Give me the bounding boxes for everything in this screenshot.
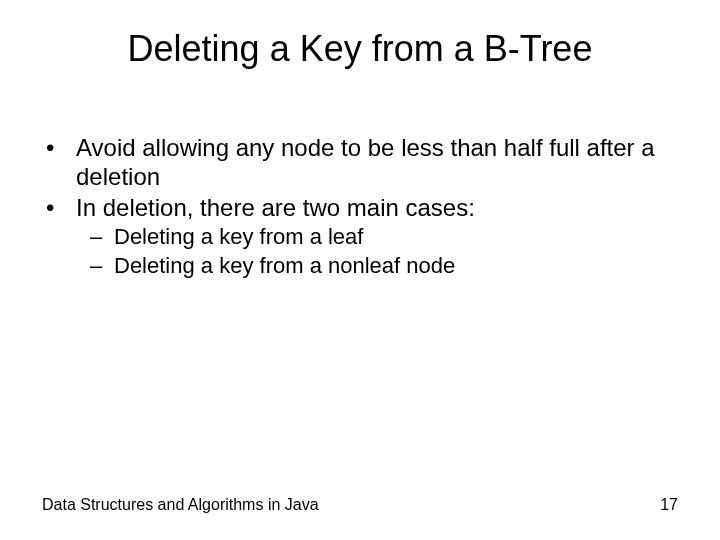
- sub-bullet-text: Deleting a key from a nonleaf node: [114, 253, 678, 279]
- bullet-marker: •: [42, 194, 76, 223]
- sub-bullet-item: – Deleting a key from a leaf: [90, 224, 678, 250]
- slide-body: • Avoid allowing any node to be less tha…: [42, 134, 678, 281]
- footer-left: Data Structures and Algorithms in Java: [42, 496, 319, 514]
- dash-marker: –: [90, 253, 114, 279]
- bullet-text: In deletion, there are two main cases:: [76, 194, 678, 223]
- bullet-marker: •: [42, 134, 76, 192]
- dash-marker: –: [90, 224, 114, 250]
- bullet-text: Avoid allowing any node to be less than …: [76, 134, 678, 192]
- slide-footer: Data Structures and Algorithms in Java 1…: [42, 496, 678, 514]
- bullet-item: • In deletion, there are two main cases:: [42, 194, 678, 223]
- sub-bullet-text: Deleting a key from a leaf: [114, 224, 678, 250]
- page-number: 17: [660, 496, 678, 514]
- slide: Deleting a Key from a B-Tree • Avoid all…: [0, 0, 720, 540]
- sub-bullet-item: – Deleting a key from a nonleaf node: [90, 253, 678, 279]
- slide-title: Deleting a Key from a B-Tree: [0, 28, 720, 70]
- bullet-item: • Avoid allowing any node to be less tha…: [42, 134, 678, 192]
